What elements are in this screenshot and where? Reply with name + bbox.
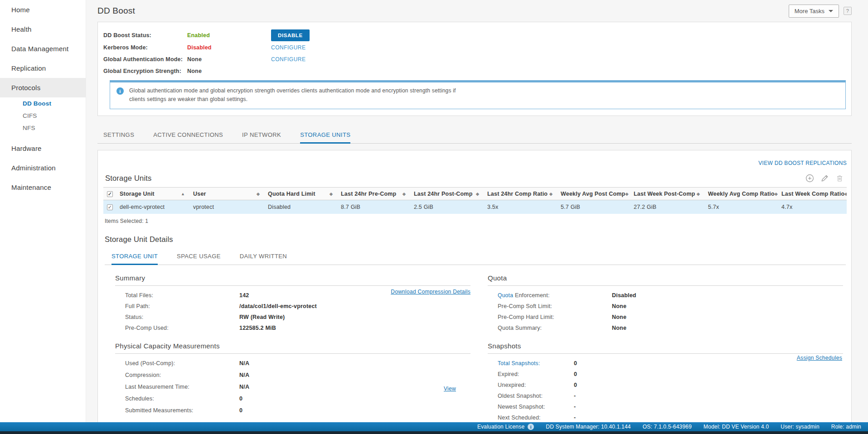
column-header-last24-pre-comp[interactable]: Last 24hr Pre-Comp◆ — [337, 188, 410, 200]
tab-active-connections[interactable]: ACTIVE CONNECTIONS — [153, 128, 223, 144]
view-schedules-link[interactable]: View — [444, 386, 456, 392]
detail-label: Last Measurement Time: — [125, 384, 239, 390]
sidebar-item-administration[interactable]: Administration — [0, 158, 86, 178]
main-content: DD Boost More Tasks ? DD Boost Status: E… — [86, 0, 868, 422]
tab-storage-units[interactable]: STORAGE UNITS — [300, 128, 350, 144]
chevron-down-icon — [829, 10, 833, 12]
license-info-icon[interactable]: i — [528, 424, 534, 430]
sidebar-item-hardware[interactable]: Hardware — [0, 139, 86, 158]
add-storage-unit-icon[interactable] — [805, 174, 814, 183]
column-header-last-week-post-comp[interactable]: Last Week Post-Comp◆ — [630, 188, 704, 200]
column-header-storage-unit[interactable]: Storage Unit▲ — [116, 188, 189, 200]
detail-label: Total Snapshots: — [498, 360, 574, 366]
sidebar-item-health[interactable]: Health — [0, 19, 86, 39]
detail-value: N/A — [239, 372, 249, 378]
role: Role: admin — [831, 424, 861, 430]
status-row-kerberos: Kerberos Mode: Disabled CONFIGURE — [103, 42, 846, 53]
edit-storage-unit-icon[interactable] — [820, 174, 829, 183]
detail-value: 0 — [574, 382, 577, 388]
sidebar-item-data-management[interactable]: Data Management — [0, 39, 86, 58]
storage-unit-details-title: Storage Unit Details — [105, 235, 847, 244]
select-all-checkbox[interactable]: ✓ — [107, 191, 113, 197]
tab-storage-unit[interactable]: STORAGE UNIT — [112, 249, 158, 265]
sidebar-item-nfs[interactable]: NFS — [0, 122, 86, 134]
info-banner: i Global authentication mode and global … — [110, 80, 846, 109]
tab-daily-written[interactable]: DAILY WRITTEN — [240, 249, 287, 265]
sidebar: Home Health Data Management Replication … — [0, 0, 86, 422]
sidebar-item-home[interactable]: Home — [0, 0, 86, 19]
column-header-last-week-comp-ratio[interactable]: Last Week Comp Ratio◆ — [778, 188, 847, 200]
snapshots-title: Snapshots — [488, 342, 843, 354]
more-tasks-label: More Tasks — [795, 8, 824, 14]
detail-value: - — [574, 393, 576, 399]
tab-ip-network[interactable]: IP NETWORK — [242, 128, 281, 144]
detail-label: Quota Enforcement: — [498, 292, 612, 299]
sidebar-item-protocols[interactable]: Protocols — [0, 78, 86, 97]
sidebar-item-maintenance[interactable]: Maintenance — [0, 178, 86, 197]
status-value: None — [187, 56, 271, 63]
cell-storage-unit: dell-emc-vprotect — [116, 200, 189, 214]
sort-icon: ◆ — [476, 192, 480, 196]
detail-label: Next Scheduled: — [498, 415, 574, 421]
cell-last24-pre-comp: 8.7 GiB — [337, 200, 410, 214]
row-checkbox[interactable]: ✓ — [107, 204, 113, 210]
column-header-user[interactable]: User◆ — [189, 188, 264, 200]
tab-space-usage[interactable]: SPACE USAGE — [177, 249, 221, 265]
sidebar-item-cifs[interactable]: CIFS — [0, 110, 86, 122]
total-snapshots-link[interactable]: Total Snapshots: — [498, 360, 540, 366]
view-dd-boost-replications-link[interactable]: VIEW DD BOOST REPLICATIONS — [758, 160, 847, 166]
delete-storage-unit-icon[interactable] — [835, 174, 844, 183]
detail-label: Pre-Comp Hard Limit: — [498, 314, 612, 320]
download-compression-details-link[interactable]: Download Compression Details — [391, 289, 470, 295]
sort-icon: ◆ — [844, 192, 847, 196]
status-label: DD Boost Status: — [103, 32, 187, 39]
detail-value: RW (Read Write) — [239, 314, 285, 320]
sort-icon: ◆ — [402, 192, 407, 196]
status-value: None — [187, 68, 271, 74]
column-header-weekly-avg-post-comp[interactable]: Weekly Avg Post Comp◆ — [557, 188, 630, 200]
detail-label: Total Files: — [125, 292, 239, 299]
configure-kerberos-link[interactable]: CONFIGURE — [271, 44, 306, 51]
status-label: Global Authentication Mode: — [103, 56, 187, 63]
column-header-quota-hard-limit[interactable]: Quota Hard Limit◆ — [264, 188, 337, 200]
detail-label: Pre-Comp Used: — [125, 325, 239, 331]
table-row[interactable]: ✓ dell-emc-vprotect vprotect Disabled 8.… — [103, 200, 847, 214]
detail-value: - — [574, 415, 576, 421]
snapshots-section: Snapshots Assign Schedules Total Snapsho… — [488, 342, 843, 422]
detail-value: 0 — [574, 360, 577, 366]
detail-value: N/A — [239, 360, 249, 366]
detail-value: 0 — [239, 395, 242, 402]
status-bar: Evaluation License i DD System Manager: … — [0, 422, 868, 434]
detail-label: Quota Summary: — [498, 325, 612, 331]
column-header-last24-comp-ratio[interactable]: Last 24hr Comp Ratio◆ — [484, 188, 557, 200]
column-header-last24-post-comp[interactable]: Last 24hr Post-Comp◆ — [410, 188, 484, 200]
status-value: Enabled — [187, 32, 271, 39]
detail-label: Full Path: — [125, 303, 239, 309]
evaluation-license: Evaluation License i — [477, 424, 534, 430]
detail-label: Oldest Snapshot: — [498, 393, 574, 399]
detail-value: /data/col1/dell-emc-vprotect — [239, 303, 317, 309]
disable-button[interactable]: DISABLE — [271, 29, 310, 41]
configure-auth-link[interactable]: CONFIGURE — [271, 56, 306, 63]
sidebar-item-dd-boost[interactable]: DD Boost — [0, 97, 86, 110]
cell-quota-hard-limit: Disabled — [264, 200, 337, 214]
cell-last-week-comp-ratio: 4.7x — [778, 200, 847, 214]
detail-label: Pre-Comp Soft Limit: — [498, 303, 612, 309]
detail-label: Schedules: — [125, 395, 239, 402]
more-tasks-button[interactable]: More Tasks — [789, 5, 839, 18]
help-button[interactable]: ? — [844, 7, 852, 15]
tab-settings[interactable]: SETTINGS — [103, 128, 134, 144]
detail-value: 142 — [239, 292, 249, 299]
detail-value: 0 — [239, 407, 242, 414]
quota-link[interactable]: Quota — [498, 292, 513, 299]
summary-section: Summary Download Compression Details Tot… — [115, 274, 470, 331]
detail-value: N/A — [239, 384, 249, 390]
sidebar-item-replication[interactable]: Replication — [0, 58, 86, 78]
detail-value: Disabled — [612, 292, 636, 299]
assign-schedules-link[interactable]: Assign Schedules — [797, 355, 842, 361]
column-header-weekly-avg-comp-ratio[interactable]: Weekly Avg Comp Ratio◆ — [704, 188, 778, 200]
detail-label: Used (Post-Comp): — [125, 360, 239, 366]
protocol-tabbar: SETTINGS ACTIVE CONNECTIONS IP NETWORK S… — [97, 128, 852, 144]
cell-user: vprotect — [189, 200, 264, 214]
quota-section: Quota Quota Enforcement: Disabled Pre-Co… — [488, 274, 843, 331]
